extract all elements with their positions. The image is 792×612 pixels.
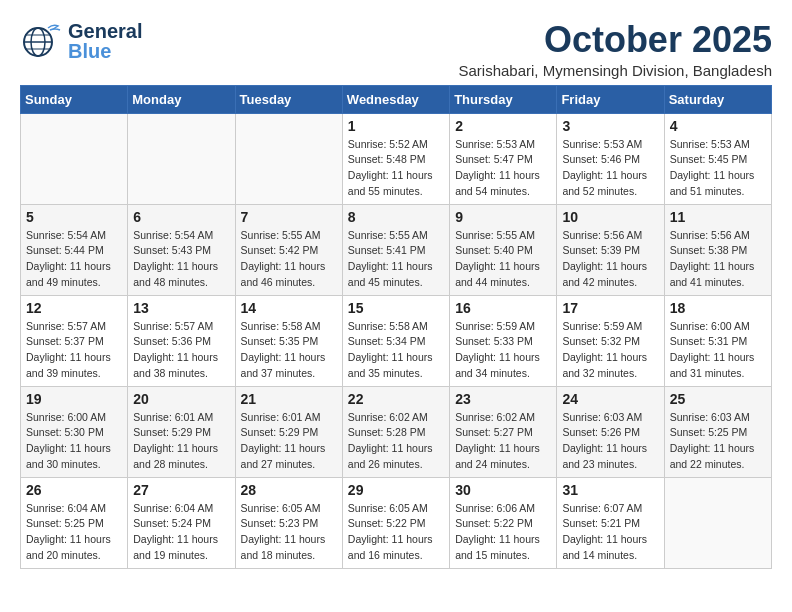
weekday-header-friday: Friday xyxy=(557,85,664,113)
day-info: Sunrise: 5:59 AM Sunset: 5:33 PM Dayligh… xyxy=(455,319,551,382)
day-info: Sunrise: 5:59 AM Sunset: 5:32 PM Dayligh… xyxy=(562,319,658,382)
day-number: 7 xyxy=(241,209,337,225)
day-number: 17 xyxy=(562,300,658,316)
day-info: Sunrise: 5:58 AM Sunset: 5:34 PM Dayligh… xyxy=(348,319,444,382)
weekday-header-wednesday: Wednesday xyxy=(342,85,449,113)
calendar-cell: 23Sunrise: 6:02 AM Sunset: 5:27 PM Dayli… xyxy=(450,386,557,477)
day-number: 3 xyxy=(562,118,658,134)
day-number: 11 xyxy=(670,209,766,225)
day-info: Sunrise: 5:57 AM Sunset: 5:36 PM Dayligh… xyxy=(133,319,229,382)
day-info: Sunrise: 6:04 AM Sunset: 5:24 PM Dayligh… xyxy=(133,501,229,564)
calendar-cell: 16Sunrise: 5:59 AM Sunset: 5:33 PM Dayli… xyxy=(450,295,557,386)
calendar-cell: 22Sunrise: 6:02 AM Sunset: 5:28 PM Dayli… xyxy=(342,386,449,477)
calendar-cell: 27Sunrise: 6:04 AM Sunset: 5:24 PM Dayli… xyxy=(128,477,235,568)
day-number: 9 xyxy=(455,209,551,225)
day-number: 27 xyxy=(133,482,229,498)
calendar-cell: 24Sunrise: 6:03 AM Sunset: 5:26 PM Dayli… xyxy=(557,386,664,477)
month-title: October 2025 xyxy=(459,20,773,60)
day-info: Sunrise: 6:03 AM Sunset: 5:25 PM Dayligh… xyxy=(670,410,766,473)
weekday-header-thursday: Thursday xyxy=(450,85,557,113)
day-info: Sunrise: 6:00 AM Sunset: 5:31 PM Dayligh… xyxy=(670,319,766,382)
day-info: Sunrise: 5:55 AM Sunset: 5:42 PM Dayligh… xyxy=(241,228,337,291)
calendar-cell: 14Sunrise: 5:58 AM Sunset: 5:35 PM Dayli… xyxy=(235,295,342,386)
day-number: 6 xyxy=(133,209,229,225)
calendar-week-row: 12Sunrise: 5:57 AM Sunset: 5:37 PM Dayli… xyxy=(21,295,772,386)
day-number: 5 xyxy=(26,209,122,225)
day-number: 13 xyxy=(133,300,229,316)
calendar-cell xyxy=(21,113,128,204)
calendar-cell xyxy=(664,477,771,568)
day-info: Sunrise: 6:06 AM Sunset: 5:22 PM Dayligh… xyxy=(455,501,551,564)
day-number: 20 xyxy=(133,391,229,407)
calendar-week-row: 1Sunrise: 5:52 AM Sunset: 5:48 PM Daylig… xyxy=(21,113,772,204)
calendar-week-row: 19Sunrise: 6:00 AM Sunset: 5:30 PM Dayli… xyxy=(21,386,772,477)
day-info: Sunrise: 6:00 AM Sunset: 5:30 PM Dayligh… xyxy=(26,410,122,473)
day-info: Sunrise: 6:03 AM Sunset: 5:26 PM Dayligh… xyxy=(562,410,658,473)
day-number: 15 xyxy=(348,300,444,316)
calendar-cell: 26Sunrise: 6:04 AM Sunset: 5:25 PM Dayli… xyxy=(21,477,128,568)
day-info: Sunrise: 6:02 AM Sunset: 5:28 PM Dayligh… xyxy=(348,410,444,473)
day-number: 8 xyxy=(348,209,444,225)
day-number: 25 xyxy=(670,391,766,407)
logo-blue: Blue xyxy=(68,40,142,62)
day-info: Sunrise: 5:53 AM Sunset: 5:45 PM Dayligh… xyxy=(670,137,766,200)
day-info: Sunrise: 5:56 AM Sunset: 5:38 PM Dayligh… xyxy=(670,228,766,291)
day-info: Sunrise: 6:05 AM Sunset: 5:23 PM Dayligh… xyxy=(241,501,337,564)
calendar-cell: 1Sunrise: 5:52 AM Sunset: 5:48 PM Daylig… xyxy=(342,113,449,204)
calendar-cell: 13Sunrise: 5:57 AM Sunset: 5:36 PM Dayli… xyxy=(128,295,235,386)
calendar-cell: 9Sunrise: 5:55 AM Sunset: 5:40 PM Daylig… xyxy=(450,204,557,295)
weekday-header-row: SundayMondayTuesdayWednesdayThursdayFrid… xyxy=(21,85,772,113)
day-info: Sunrise: 5:57 AM Sunset: 5:37 PM Dayligh… xyxy=(26,319,122,382)
calendar-cell: 20Sunrise: 6:01 AM Sunset: 5:29 PM Dayli… xyxy=(128,386,235,477)
title-area: October 2025 Sarishabari, Mymensingh Div… xyxy=(459,20,773,79)
calendar-cell xyxy=(235,113,342,204)
weekday-header-sunday: Sunday xyxy=(21,85,128,113)
day-info: Sunrise: 6:04 AM Sunset: 5:25 PM Dayligh… xyxy=(26,501,122,564)
day-info: Sunrise: 6:01 AM Sunset: 5:29 PM Dayligh… xyxy=(241,410,337,473)
day-info: Sunrise: 6:01 AM Sunset: 5:29 PM Dayligh… xyxy=(133,410,229,473)
calendar-cell: 30Sunrise: 6:06 AM Sunset: 5:22 PM Dayli… xyxy=(450,477,557,568)
calendar-cell: 8Sunrise: 5:55 AM Sunset: 5:41 PM Daylig… xyxy=(342,204,449,295)
calendar-cell: 17Sunrise: 5:59 AM Sunset: 5:32 PM Dayli… xyxy=(557,295,664,386)
day-number: 28 xyxy=(241,482,337,498)
day-number: 22 xyxy=(348,391,444,407)
day-info: Sunrise: 5:53 AM Sunset: 5:47 PM Dayligh… xyxy=(455,137,551,200)
logo: General Blue xyxy=(20,20,142,62)
calendar-cell: 2Sunrise: 5:53 AM Sunset: 5:47 PM Daylig… xyxy=(450,113,557,204)
calendar-cell: 4Sunrise: 5:53 AM Sunset: 5:45 PM Daylig… xyxy=(664,113,771,204)
day-info: Sunrise: 5:55 AM Sunset: 5:40 PM Dayligh… xyxy=(455,228,551,291)
calendar-cell: 7Sunrise: 5:55 AM Sunset: 5:42 PM Daylig… xyxy=(235,204,342,295)
calendar-table: SundayMondayTuesdayWednesdayThursdayFrid… xyxy=(20,85,772,569)
weekday-header-tuesday: Tuesday xyxy=(235,85,342,113)
calendar-cell: 6Sunrise: 5:54 AM Sunset: 5:43 PM Daylig… xyxy=(128,204,235,295)
weekday-header-monday: Monday xyxy=(128,85,235,113)
calendar-cell: 5Sunrise: 5:54 AM Sunset: 5:44 PM Daylig… xyxy=(21,204,128,295)
day-number: 16 xyxy=(455,300,551,316)
calendar-cell: 29Sunrise: 6:05 AM Sunset: 5:22 PM Dayli… xyxy=(342,477,449,568)
day-number: 18 xyxy=(670,300,766,316)
calendar-cell: 10Sunrise: 5:56 AM Sunset: 5:39 PM Dayli… xyxy=(557,204,664,295)
weekday-header-saturday: Saturday xyxy=(664,85,771,113)
day-number: 1 xyxy=(348,118,444,134)
day-number: 26 xyxy=(26,482,122,498)
day-number: 4 xyxy=(670,118,766,134)
day-info: Sunrise: 5:52 AM Sunset: 5:48 PM Dayligh… xyxy=(348,137,444,200)
calendar-cell xyxy=(128,113,235,204)
day-number: 2 xyxy=(455,118,551,134)
day-number: 23 xyxy=(455,391,551,407)
calendar-cell: 12Sunrise: 5:57 AM Sunset: 5:37 PM Dayli… xyxy=(21,295,128,386)
calendar-cell: 11Sunrise: 5:56 AM Sunset: 5:38 PM Dayli… xyxy=(664,204,771,295)
day-number: 12 xyxy=(26,300,122,316)
day-number: 24 xyxy=(562,391,658,407)
day-info: Sunrise: 5:55 AM Sunset: 5:41 PM Dayligh… xyxy=(348,228,444,291)
calendar-cell: 25Sunrise: 6:03 AM Sunset: 5:25 PM Dayli… xyxy=(664,386,771,477)
logo-icon xyxy=(20,22,64,60)
day-info: Sunrise: 5:56 AM Sunset: 5:39 PM Dayligh… xyxy=(562,228,658,291)
day-number: 21 xyxy=(241,391,337,407)
calendar-cell: 28Sunrise: 6:05 AM Sunset: 5:23 PM Dayli… xyxy=(235,477,342,568)
calendar-week-row: 5Sunrise: 5:54 AM Sunset: 5:44 PM Daylig… xyxy=(21,204,772,295)
day-info: Sunrise: 5:58 AM Sunset: 5:35 PM Dayligh… xyxy=(241,319,337,382)
day-info: Sunrise: 6:07 AM Sunset: 5:21 PM Dayligh… xyxy=(562,501,658,564)
day-number: 19 xyxy=(26,391,122,407)
page-header: General Blue October 2025 Sarishabari, M… xyxy=(20,20,772,79)
